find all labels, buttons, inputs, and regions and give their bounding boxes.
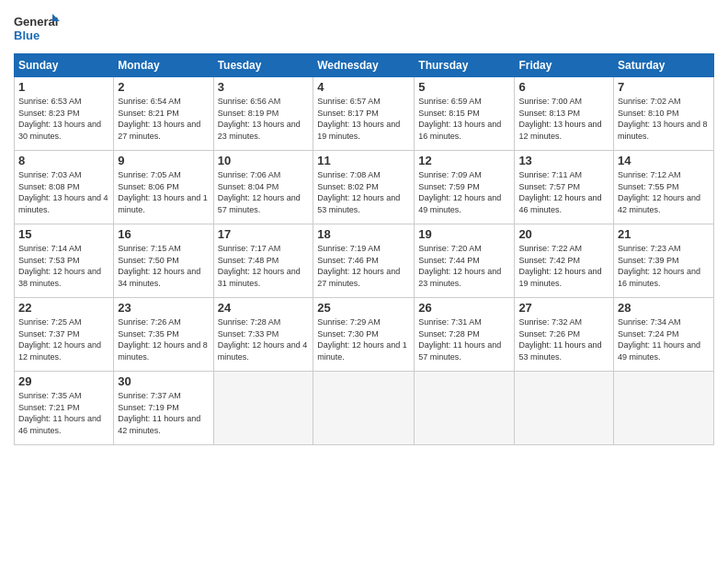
day-number: 18 [317,227,410,241]
calendar-cell: 9Sunrise: 7:05 AMSunset: 8:06 PMDaylight… [114,151,213,224]
calendar-cell [213,372,313,445]
day-info: Sunrise: 7:14 AMSunset: 7:53 PMDaylight:… [18,243,109,289]
day-info: Sunrise: 7:29 AMSunset: 7:30 PMDaylight:… [317,316,410,362]
day-header-wednesday: Wednesday [313,54,415,77]
day-info: Sunrise: 7:31 AMSunset: 7:28 PMDaylight:… [418,316,510,362]
calendar-cell: 22Sunrise: 7:25 AMSunset: 7:37 PMDayligh… [15,298,114,372]
day-number: 13 [518,154,609,167]
calendar-cell: 26Sunrise: 7:31 AMSunset: 7:28 PMDayligh… [415,298,515,372]
day-header-friday: Friday [515,54,614,77]
header: General Blue [14,9,714,46]
calendar-table: SundayMondayTuesdayWednesdayThursdayFrid… [14,53,714,445]
day-header-tuesday: Tuesday [213,54,313,77]
day-info: Sunrise: 7:25 AMSunset: 7:37 PMDaylight:… [18,316,109,362]
calendar-cell: 8Sunrise: 7:03 AMSunset: 8:08 PMDaylight… [15,151,114,224]
calendar-cell: 11Sunrise: 7:08 AMSunset: 8:02 PMDayligh… [313,151,415,224]
days-header-row: SundayMondayTuesdayWednesdayThursdayFrid… [15,54,714,77]
calendar-cell [415,372,515,445]
day-number: 29 [18,374,109,388]
calendar-week-row: 1Sunrise: 6:53 AMSunset: 8:23 PMDaylight… [15,77,714,151]
calendar-cell: 29Sunrise: 7:35 AMSunset: 7:21 PMDayligh… [15,372,114,445]
day-number: 9 [118,154,209,167]
day-info: Sunrise: 6:56 AMSunset: 8:19 PMDaylight:… [218,96,310,142]
calendar-week-row: 8Sunrise: 7:03 AMSunset: 8:08 PMDaylight… [15,151,714,224]
day-number: 26 [418,301,510,315]
day-header-thursday: Thursday [415,54,515,77]
day-info: Sunrise: 7:34 AMSunset: 7:24 PMDaylight:… [618,316,710,362]
calendar-cell: 27Sunrise: 7:32 AMSunset: 7:26 PMDayligh… [515,298,614,372]
day-info: Sunrise: 7:32 AMSunset: 7:26 PMDaylight:… [518,316,609,362]
day-number: 11 [317,154,410,167]
day-number: 10 [218,154,310,167]
svg-text:Blue: Blue [14,29,40,42]
day-info: Sunrise: 7:26 AMSunset: 7:35 PMDaylight:… [118,316,209,362]
day-number: 30 [118,374,209,388]
day-info: Sunrise: 7:05 AMSunset: 8:06 PMDaylight:… [118,169,209,215]
day-info: Sunrise: 7:15 AMSunset: 7:50 PMDaylight:… [118,243,209,289]
day-info: Sunrise: 6:59 AMSunset: 8:15 PMDaylight:… [418,96,510,142]
day-number: 21 [618,227,710,241]
calendar-cell: 6Sunrise: 7:00 AMSunset: 8:13 PMDaylight… [515,77,614,151]
day-number: 23 [118,301,209,315]
day-number: 14 [618,154,710,167]
day-info: Sunrise: 7:02 AMSunset: 8:10 PMDaylight:… [618,96,710,142]
day-info: Sunrise: 7:23 AMSunset: 7:39 PMDaylight:… [618,243,710,289]
day-info: Sunrise: 7:11 AMSunset: 7:57 PMDaylight:… [518,169,609,215]
day-info: Sunrise: 6:53 AMSunset: 8:23 PMDaylight:… [18,96,109,142]
svg-text:General: General [14,15,58,29]
day-info: Sunrise: 7:22 AMSunset: 7:42 PMDaylight:… [518,243,609,289]
calendar-cell: 5Sunrise: 6:59 AMSunset: 8:15 PMDaylight… [415,77,515,151]
day-info: Sunrise: 7:37 AMSunset: 7:19 PMDaylight:… [118,390,209,436]
calendar-container: General Blue SundayMondayTuesdayWednesda… [0,0,728,454]
day-number: 22 [18,301,109,315]
day-number: 25 [317,301,410,315]
calendar-cell: 2Sunrise: 6:54 AMSunset: 8:21 PMDaylight… [114,77,213,151]
day-number: 16 [118,227,209,241]
calendar-cell: 7Sunrise: 7:02 AMSunset: 8:10 PMDaylight… [614,77,714,151]
day-number: 12 [418,154,510,167]
day-number: 4 [317,80,410,94]
day-number: 28 [618,301,710,315]
day-info: Sunrise: 7:09 AMSunset: 7:59 PMDaylight:… [418,169,510,215]
day-info: Sunrise: 7:35 AMSunset: 7:21 PMDaylight:… [18,390,109,436]
day-info: Sunrise: 7:03 AMSunset: 8:08 PMDaylight:… [18,169,109,215]
day-number: 20 [518,227,609,241]
day-info: Sunrise: 6:57 AMSunset: 8:17 PMDaylight:… [317,96,410,142]
calendar-cell: 21Sunrise: 7:23 AMSunset: 7:39 PMDayligh… [614,224,714,298]
day-number: 1 [18,80,109,94]
calendar-cell: 16Sunrise: 7:15 AMSunset: 7:50 PMDayligh… [114,224,213,298]
calendar-cell: 1Sunrise: 6:53 AMSunset: 8:23 PMDaylight… [15,77,114,151]
calendar-cell: 30Sunrise: 7:37 AMSunset: 7:19 PMDayligh… [114,372,213,445]
day-number: 6 [518,80,609,94]
day-header-sunday: Sunday [15,54,114,77]
day-info: Sunrise: 7:19 AMSunset: 7:46 PMDaylight:… [317,243,410,289]
calendar-cell: 23Sunrise: 7:26 AMSunset: 7:35 PMDayligh… [114,298,213,372]
day-number: 27 [518,301,609,315]
calendar-cell: 12Sunrise: 7:09 AMSunset: 7:59 PMDayligh… [415,151,515,224]
day-number: 3 [218,80,310,94]
calendar-week-row: 15Sunrise: 7:14 AMSunset: 7:53 PMDayligh… [15,224,714,298]
calendar-cell: 20Sunrise: 7:22 AMSunset: 7:42 PMDayligh… [515,224,614,298]
calendar-cell: 18Sunrise: 7:19 AMSunset: 7:46 PMDayligh… [313,224,415,298]
calendar-week-row: 29Sunrise: 7:35 AMSunset: 7:21 PMDayligh… [15,372,714,445]
day-header-monday: Monday [114,54,213,77]
day-info: Sunrise: 6:54 AMSunset: 8:21 PMDaylight:… [118,96,209,142]
calendar-cell: 28Sunrise: 7:34 AMSunset: 7:24 PMDayligh… [614,298,714,372]
day-number: 19 [418,227,510,241]
calendar-cell: 19Sunrise: 7:20 AMSunset: 7:44 PMDayligh… [415,224,515,298]
day-info: Sunrise: 7:08 AMSunset: 8:02 PMDaylight:… [317,169,410,215]
day-number: 2 [118,80,209,94]
calendar-cell: 10Sunrise: 7:06 AMSunset: 8:04 PMDayligh… [213,151,313,224]
calendar-cell: 3Sunrise: 6:56 AMSunset: 8:19 PMDaylight… [213,77,313,151]
calendar-cell: 15Sunrise: 7:14 AMSunset: 7:53 PMDayligh… [15,224,114,298]
day-info: Sunrise: 7:28 AMSunset: 7:33 PMDaylight:… [218,316,310,362]
logo: General Blue [14,9,60,46]
day-number: 5 [418,80,510,94]
calendar-cell: 17Sunrise: 7:17 AMSunset: 7:48 PMDayligh… [213,224,313,298]
day-number: 8 [18,154,109,167]
day-info: Sunrise: 7:17 AMSunset: 7:48 PMDaylight:… [218,243,310,289]
calendar-cell: 4Sunrise: 6:57 AMSunset: 8:17 PMDaylight… [313,77,415,151]
calendar-cell [614,372,714,445]
calendar-cell: 13Sunrise: 7:11 AMSunset: 7:57 PMDayligh… [515,151,614,224]
day-number: 17 [218,227,310,241]
